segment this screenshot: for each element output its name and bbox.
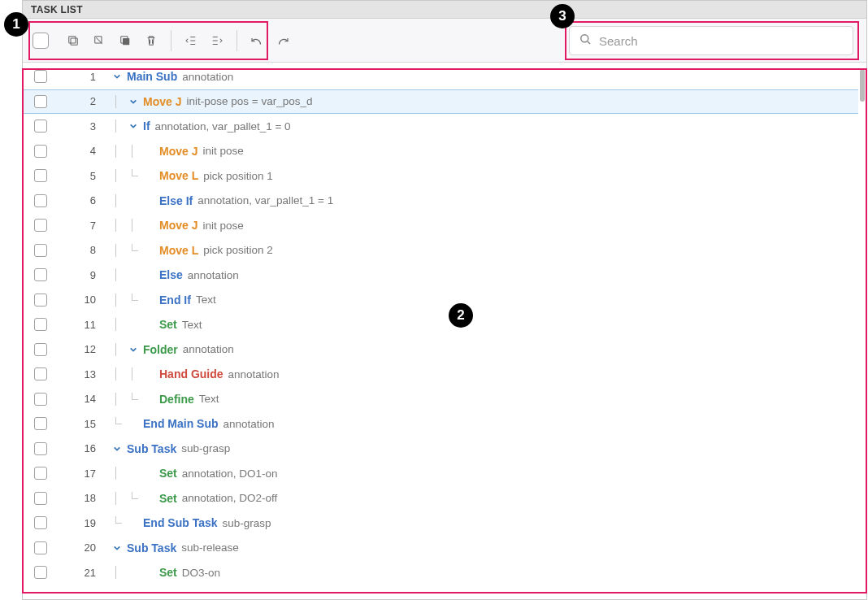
task-row[interactable]: 4Move Jinit pose: [23, 139, 858, 164]
task-row[interactable]: 12Folderannotation: [23, 337, 858, 363]
task-row[interactable]: 11SetText: [23, 312, 858, 337]
row-content: Move Lpick position 2: [111, 244, 858, 257]
row-checkbox[interactable]: [34, 194, 47, 207]
row-checkbox[interactable]: [34, 442, 47, 455]
tree-guide: [111, 417, 127, 430]
task-row[interactable]: 15End Main Subannotation: [23, 411, 858, 437]
task-row[interactable]: 10End IfText: [23, 288, 858, 313]
chevron-down-icon[interactable]: [111, 541, 124, 554]
task-row[interactable]: 5Move Lpick position 1: [23, 163, 858, 189]
chevron-down-icon[interactable]: [127, 343, 140, 356]
annotation-text: Text: [199, 393, 219, 405]
command-label: Move J: [159, 219, 197, 232]
task-row[interactable]: 17Setannotation, DO1-on: [23, 461, 858, 486]
command-label: Sub Task: [127, 442, 176, 455]
row-checkbox[interactable]: [34, 120, 47, 133]
task-row[interactable]: 2Move Jinit-pose pos = var_pos_d: [23, 89, 858, 115]
row-checkbox[interactable]: [34, 219, 47, 232]
select-all-checkbox[interactable]: [33, 33, 49, 49]
command-label: Define: [159, 393, 194, 406]
task-row[interactable]: 1Main Subannotation: [23, 64, 858, 89]
task-list-scroll[interactable]: 1Main Subannotation2Move Jinit-pose pos …: [23, 64, 858, 599]
row-checkbox[interactable]: [34, 393, 47, 406]
task-row[interactable]: 7Move Jinit pose: [23, 213, 858, 238]
row-number: 1: [55, 71, 96, 83]
row-number: 9: [55, 269, 96, 281]
svg-point-5: [581, 35, 588, 42]
chevron-spacer: [143, 293, 156, 307]
row-checkbox[interactable]: [34, 145, 47, 158]
search-input[interactable]: [599, 34, 844, 48]
chevron-down-icon[interactable]: [127, 120, 140, 133]
row-checkbox[interactable]: [34, 70, 47, 83]
cut-button[interactable]: [88, 29, 111, 52]
row-number: 10: [55, 293, 96, 306]
command-label: Hand Guide: [159, 367, 224, 380]
task-row[interactable]: 14DefineText: [23, 387, 858, 412]
tree-guide: [111, 516, 127, 529]
row-checkbox[interactable]: [34, 417, 47, 430]
task-row[interactable]: 9Elseannotation: [23, 263, 858, 288]
chevron-spacer: [143, 169, 156, 182]
task-row[interactable]: 19End Sub Tasksub-grasp: [23, 511, 858, 536]
row-number: 19: [55, 517, 96, 529]
task-row[interactable]: 6Else Ifannotation, var_pallet_1 = 1: [23, 189, 858, 214]
undo-button[interactable]: [245, 29, 268, 52]
row-content: Move Jinit-pose pos = var_pos_d: [111, 95, 858, 108]
row-checkbox[interactable]: [34, 169, 47, 182]
chevron-down-icon[interactable]: [111, 442, 124, 455]
row-checkbox[interactable]: [34, 268, 47, 281]
outdent-button[interactable]: [180, 29, 202, 52]
task-row[interactable]: 16Sub Tasksub-grasp: [23, 437, 858, 462]
row-checkbox[interactable]: [34, 293, 47, 307]
tree-guide: [127, 492, 143, 505]
row-checkbox[interactable]: [34, 318, 47, 331]
command-label: Else: [159, 268, 183, 281]
app-root: 1 2 3 TASK LIST: [0, 0, 868, 600]
tree-guide: [111, 566, 127, 579]
annotation-text: annotation, DO1-on: [182, 467, 278, 480]
chevron-down-icon[interactable]: [127, 95, 140, 108]
row-checkbox[interactable]: [34, 516, 47, 529]
task-row[interactable]: 3Ifannotation, var_pallet_1 = 0: [23, 114, 858, 139]
row-checkbox[interactable]: [34, 492, 47, 505]
scrollbar-thumb[interactable]: [860, 69, 865, 102]
row-checkbox[interactable]: [34, 467, 47, 480]
callout-3: 3: [550, 4, 575, 28]
indent-button[interactable]: [206, 29, 228, 52]
row-checkbox[interactable]: [34, 367, 47, 380]
annotation-text: annotation: [183, 343, 234, 355]
task-row[interactable]: 8Move Lpick position 2: [23, 238, 858, 263]
row-number: 13: [55, 368, 96, 380]
tree-guide: [111, 367, 127, 380]
annotation-text: annotation, DO2-off: [182, 492, 278, 504]
row-checkbox[interactable]: [34, 95, 47, 108]
chevron-down-icon[interactable]: [111, 70, 124, 83]
row-number: 18: [55, 492, 96, 504]
row-checkbox[interactable]: [34, 343, 47, 356]
row-checkbox[interactable]: [34, 541, 47, 554]
tree-guide: [111, 393, 127, 406]
task-row[interactable]: 13Hand Guideannotation: [23, 362, 858, 387]
panel-title: TASK LIST: [31, 4, 83, 15]
tree-guide: [127, 293, 143, 307]
delete-button[interactable]: [140, 29, 163, 52]
row-content: Setannotation, DO1-on: [111, 467, 858, 480]
tree-guide: [127, 393, 143, 406]
search-box[interactable]: [569, 26, 853, 55]
tree-guide: [111, 268, 127, 281]
svg-rect-3: [123, 38, 129, 45]
paste-button[interactable]: [114, 29, 137, 52]
row-content: Move Lpick position 1: [111, 169, 858, 182]
row-checkbox[interactable]: [34, 244, 47, 257]
command-label: Move J: [143, 95, 181, 108]
copy-button[interactable]: [62, 29, 85, 52]
task-row[interactable]: 20Sub Tasksub-release: [23, 536, 858, 561]
task-row[interactable]: 18Setannotation, DO2-off: [23, 486, 858, 511]
annotation-text: init-pose pos = var_pos_d: [186, 95, 312, 107]
row-checkbox[interactable]: [34, 566, 47, 579]
task-row[interactable]: 21SetDO3-on: [23, 560, 858, 585]
command-label: End If: [159, 293, 191, 307]
redo-button[interactable]: [271, 29, 294, 52]
tree-guide: [111, 244, 127, 257]
